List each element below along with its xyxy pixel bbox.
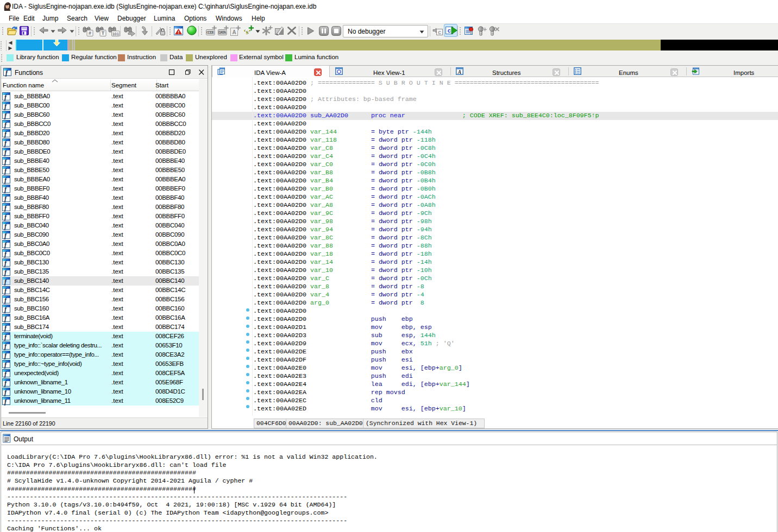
svg-text:A: A [232,29,236,35]
svg-text:c: c [438,29,441,35]
svg-text:c: c [448,27,451,34]
svg-text:CODE: CODE [206,30,215,34]
svg-text:#: # [89,30,91,36]
svg-text:A: A [457,69,461,75]
svg-text:DATA: DATA [218,30,226,34]
svg-text:T: T [102,30,105,36]
svg-text:101: 101 [112,31,119,36]
